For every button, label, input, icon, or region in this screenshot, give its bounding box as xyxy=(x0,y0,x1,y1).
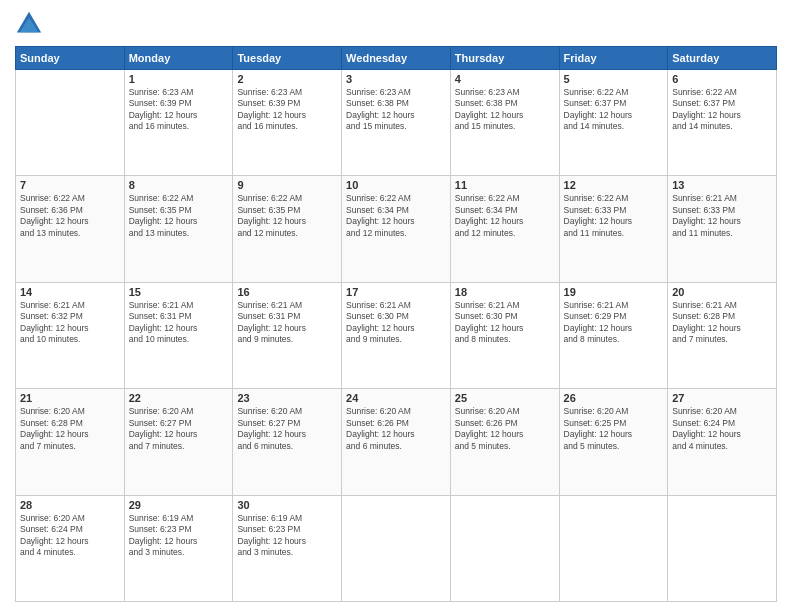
calendar-cell: 29Sunrise: 6:19 AM Sunset: 6:23 PM Dayli… xyxy=(124,495,233,601)
calendar-cell: 20Sunrise: 6:21 AM Sunset: 6:28 PM Dayli… xyxy=(668,282,777,388)
day-number: 8 xyxy=(129,179,229,191)
calendar-cell: 17Sunrise: 6:21 AM Sunset: 6:30 PM Dayli… xyxy=(342,282,451,388)
day-info: Sunrise: 6:22 AM Sunset: 6:33 PM Dayligh… xyxy=(564,193,664,239)
calendar-cell: 25Sunrise: 6:20 AM Sunset: 6:26 PM Dayli… xyxy=(450,389,559,495)
calendar-cell: 26Sunrise: 6:20 AM Sunset: 6:25 PM Dayli… xyxy=(559,389,668,495)
calendar-cell: 6Sunrise: 6:22 AM Sunset: 6:37 PM Daylig… xyxy=(668,70,777,176)
calendar-cell xyxy=(668,495,777,601)
day-info: Sunrise: 6:22 AM Sunset: 6:37 PM Dayligh… xyxy=(672,87,772,133)
calendar-cell: 5Sunrise: 6:22 AM Sunset: 6:37 PM Daylig… xyxy=(559,70,668,176)
day-info: Sunrise: 6:23 AM Sunset: 6:38 PM Dayligh… xyxy=(455,87,555,133)
calendar-cell: 27Sunrise: 6:20 AM Sunset: 6:24 PM Dayli… xyxy=(668,389,777,495)
calendar-week-row: 14Sunrise: 6:21 AM Sunset: 6:32 PM Dayli… xyxy=(16,282,777,388)
day-number: 30 xyxy=(237,499,337,511)
day-info: Sunrise: 6:22 AM Sunset: 6:36 PM Dayligh… xyxy=(20,193,120,239)
calendar-cell: 19Sunrise: 6:21 AM Sunset: 6:29 PM Dayli… xyxy=(559,282,668,388)
calendar-cell xyxy=(559,495,668,601)
calendar-cell: 24Sunrise: 6:20 AM Sunset: 6:26 PM Dayli… xyxy=(342,389,451,495)
day-info: Sunrise: 6:20 AM Sunset: 6:26 PM Dayligh… xyxy=(455,406,555,452)
calendar-cell: 22Sunrise: 6:20 AM Sunset: 6:27 PM Dayli… xyxy=(124,389,233,495)
calendar-header-cell: Tuesday xyxy=(233,47,342,70)
day-number: 15 xyxy=(129,286,229,298)
calendar-body: 1Sunrise: 6:23 AM Sunset: 6:39 PM Daylig… xyxy=(16,70,777,602)
calendar-cell: 23Sunrise: 6:20 AM Sunset: 6:27 PM Dayli… xyxy=(233,389,342,495)
logo xyxy=(15,10,47,38)
calendar-cell: 13Sunrise: 6:21 AM Sunset: 6:33 PM Dayli… xyxy=(668,176,777,282)
day-info: Sunrise: 6:20 AM Sunset: 6:24 PM Dayligh… xyxy=(20,513,120,559)
day-info: Sunrise: 6:20 AM Sunset: 6:28 PM Dayligh… xyxy=(20,406,120,452)
calendar-cell xyxy=(450,495,559,601)
day-number: 12 xyxy=(564,179,664,191)
page: SundayMondayTuesdayWednesdayThursdayFrid… xyxy=(0,0,792,612)
day-number: 20 xyxy=(672,286,772,298)
calendar-header-cell: Monday xyxy=(124,47,233,70)
day-info: Sunrise: 6:20 AM Sunset: 6:25 PM Dayligh… xyxy=(564,406,664,452)
day-number: 2 xyxy=(237,73,337,85)
day-number: 9 xyxy=(237,179,337,191)
day-info: Sunrise: 6:21 AM Sunset: 6:30 PM Dayligh… xyxy=(455,300,555,346)
day-info: Sunrise: 6:23 AM Sunset: 6:38 PM Dayligh… xyxy=(346,87,446,133)
calendar-cell: 30Sunrise: 6:19 AM Sunset: 6:23 PM Dayli… xyxy=(233,495,342,601)
calendar-cell: 14Sunrise: 6:21 AM Sunset: 6:32 PM Dayli… xyxy=(16,282,125,388)
day-number: 7 xyxy=(20,179,120,191)
calendar-cell: 4Sunrise: 6:23 AM Sunset: 6:38 PM Daylig… xyxy=(450,70,559,176)
day-number: 22 xyxy=(129,392,229,404)
calendar-cell: 15Sunrise: 6:21 AM Sunset: 6:31 PM Dayli… xyxy=(124,282,233,388)
calendar-week-row: 1Sunrise: 6:23 AM Sunset: 6:39 PM Daylig… xyxy=(16,70,777,176)
day-info: Sunrise: 6:21 AM Sunset: 6:32 PM Dayligh… xyxy=(20,300,120,346)
day-info: Sunrise: 6:21 AM Sunset: 6:29 PM Dayligh… xyxy=(564,300,664,346)
day-info: Sunrise: 6:22 AM Sunset: 6:35 PM Dayligh… xyxy=(237,193,337,239)
day-number: 29 xyxy=(129,499,229,511)
calendar-cell xyxy=(16,70,125,176)
day-number: 3 xyxy=(346,73,446,85)
day-number: 23 xyxy=(237,392,337,404)
header xyxy=(15,10,777,38)
calendar-cell: 11Sunrise: 6:22 AM Sunset: 6:34 PM Dayli… xyxy=(450,176,559,282)
calendar-cell: 12Sunrise: 6:22 AM Sunset: 6:33 PM Dayli… xyxy=(559,176,668,282)
day-number: 26 xyxy=(564,392,664,404)
day-info: Sunrise: 6:19 AM Sunset: 6:23 PM Dayligh… xyxy=(129,513,229,559)
day-info: Sunrise: 6:23 AM Sunset: 6:39 PM Dayligh… xyxy=(237,87,337,133)
day-number: 5 xyxy=(564,73,664,85)
day-number: 27 xyxy=(672,392,772,404)
calendar-cell: 28Sunrise: 6:20 AM Sunset: 6:24 PM Dayli… xyxy=(16,495,125,601)
day-number: 21 xyxy=(20,392,120,404)
day-info: Sunrise: 6:21 AM Sunset: 6:31 PM Dayligh… xyxy=(237,300,337,346)
day-info: Sunrise: 6:22 AM Sunset: 6:37 PM Dayligh… xyxy=(564,87,664,133)
calendar-cell: 3Sunrise: 6:23 AM Sunset: 6:38 PM Daylig… xyxy=(342,70,451,176)
day-number: 10 xyxy=(346,179,446,191)
day-number: 11 xyxy=(455,179,555,191)
day-number: 19 xyxy=(564,286,664,298)
calendar-week-row: 21Sunrise: 6:20 AM Sunset: 6:28 PM Dayli… xyxy=(16,389,777,495)
day-info: Sunrise: 6:22 AM Sunset: 6:35 PM Dayligh… xyxy=(129,193,229,239)
day-info: Sunrise: 6:20 AM Sunset: 6:27 PM Dayligh… xyxy=(129,406,229,452)
day-number: 17 xyxy=(346,286,446,298)
calendar-header-row: SundayMondayTuesdayWednesdayThursdayFrid… xyxy=(16,47,777,70)
calendar-header-cell: Wednesday xyxy=(342,47,451,70)
calendar-cell: 21Sunrise: 6:20 AM Sunset: 6:28 PM Dayli… xyxy=(16,389,125,495)
calendar-table: SundayMondayTuesdayWednesdayThursdayFrid… xyxy=(15,46,777,602)
day-number: 6 xyxy=(672,73,772,85)
day-info: Sunrise: 6:21 AM Sunset: 6:31 PM Dayligh… xyxy=(129,300,229,346)
day-info: Sunrise: 6:21 AM Sunset: 6:28 PM Dayligh… xyxy=(672,300,772,346)
day-info: Sunrise: 6:21 AM Sunset: 6:33 PM Dayligh… xyxy=(672,193,772,239)
calendar-cell: 8Sunrise: 6:22 AM Sunset: 6:35 PM Daylig… xyxy=(124,176,233,282)
calendar-week-row: 28Sunrise: 6:20 AM Sunset: 6:24 PM Dayli… xyxy=(16,495,777,601)
day-number: 24 xyxy=(346,392,446,404)
day-number: 4 xyxy=(455,73,555,85)
logo-icon xyxy=(15,10,43,38)
calendar-cell: 1Sunrise: 6:23 AM Sunset: 6:39 PM Daylig… xyxy=(124,70,233,176)
day-number: 1 xyxy=(129,73,229,85)
calendar-cell: 9Sunrise: 6:22 AM Sunset: 6:35 PM Daylig… xyxy=(233,176,342,282)
day-number: 28 xyxy=(20,499,120,511)
calendar-cell: 18Sunrise: 6:21 AM Sunset: 6:30 PM Dayli… xyxy=(450,282,559,388)
calendar-header-cell: Thursday xyxy=(450,47,559,70)
day-number: 18 xyxy=(455,286,555,298)
calendar-cell: 10Sunrise: 6:22 AM Sunset: 6:34 PM Dayli… xyxy=(342,176,451,282)
day-number: 14 xyxy=(20,286,120,298)
calendar-header-cell: Sunday xyxy=(16,47,125,70)
calendar-cell: 2Sunrise: 6:23 AM Sunset: 6:39 PM Daylig… xyxy=(233,70,342,176)
calendar-week-row: 7Sunrise: 6:22 AM Sunset: 6:36 PM Daylig… xyxy=(16,176,777,282)
day-info: Sunrise: 6:20 AM Sunset: 6:24 PM Dayligh… xyxy=(672,406,772,452)
calendar-header-cell: Saturday xyxy=(668,47,777,70)
